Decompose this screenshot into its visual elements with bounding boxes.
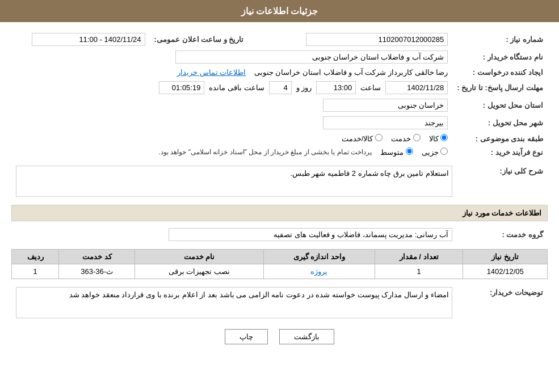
tabaqeh-label: طبقه بندی موضوعی : bbox=[452, 132, 548, 145]
table-row: 1402/12/05 1 پروژه نصب تجهیزات برقی ث-36… bbox=[12, 264, 548, 279]
shomara-niaz-value: 1102007012000285 bbox=[306, 33, 448, 46]
nou-label: نوع فرآیند خرید : bbox=[452, 145, 548, 159]
col-nam: نام خدمت bbox=[135, 250, 264, 264]
page-header: جزئیات اطلاعات نیاز bbox=[0, 0, 559, 22]
sharh-value: استعلام تامین برق چاه شماره 2 فاطمیه شهر… bbox=[16, 166, 452, 197]
ijad-label: ایجاد کننده درخواست : bbox=[452, 66, 548, 79]
remaining-label: ساعت باقی مانده bbox=[209, 83, 264, 92]
radio-motevaset[interactable]: متوسط bbox=[380, 147, 413, 157]
ostan-label: استان محل تحویل : bbox=[452, 96, 548, 114]
cell-radif: 1 bbox=[12, 264, 59, 279]
sharh-label: شرح کلی نیاز: bbox=[457, 163, 548, 199]
notes-value: امضاء و ارسال مدارک پیوست خواسته شده در … bbox=[16, 287, 452, 318]
mohlet-label: مهلت ارسال پاسخ: تا تاریخ : bbox=[452, 79, 548, 96]
col-tarikh: تاریخ نیاز bbox=[463, 250, 548, 264]
header-title: جزئیات اطلاعات نیاز bbox=[241, 6, 318, 16]
cell-kod: ث-36-363 bbox=[59, 264, 135, 279]
radio-khadamat[interactable]: خدمت bbox=[391, 134, 421, 143]
tarikh-label: تاریخ و ساعت اعلان عمومی: bbox=[150, 31, 249, 48]
cell-tedad: 1 bbox=[375, 264, 463, 279]
cell-tarikh: 1402/12/05 bbox=[463, 264, 548, 279]
shahr-label: شهر محل تحویل : bbox=[452, 114, 548, 132]
rooz-value: 4 bbox=[269, 81, 292, 94]
services-header: اطلاعات خدمات مورد نیاز bbox=[11, 205, 548, 221]
rooz-label: روز و bbox=[296, 83, 312, 92]
date-value: 1402/11/28 bbox=[385, 81, 448, 94]
nam-dastgah-value: شرکت آب و فاضلاب استان خراسان جنوبی bbox=[175, 50, 448, 64]
col-radif: ردیف bbox=[12, 250, 59, 264]
group-value: آب رسانی: مدیریت پسماند، فاضلاب و فعالیت… bbox=[169, 228, 452, 241]
col-kod: کد خدمت bbox=[59, 250, 135, 264]
contact-link[interactable]: اطلاعات تماس خریدار bbox=[177, 68, 246, 77]
print-button[interactable]: چاپ bbox=[225, 329, 268, 344]
col-tedad: تعداد / مقدار bbox=[375, 250, 463, 264]
shomara-niaz-label: شماره نیاز : bbox=[452, 31, 548, 48]
radio5-note: پرداخت تمام یا بخشی از مبلغ خریدار از مح… bbox=[159, 148, 372, 156]
ostan-value: خراسان جنوبی bbox=[323, 99, 448, 112]
radio-kala-khadamat[interactable]: کالا/خدمت bbox=[342, 134, 383, 143]
back-button[interactable]: بازگشت bbox=[279, 329, 334, 344]
time-label: ساعت bbox=[360, 83, 381, 92]
col-unit: واحد اندازه گیری bbox=[263, 250, 375, 264]
cell-nam: نصب تجهیزات برقی bbox=[135, 264, 264, 279]
group-label: گروه خدمت : bbox=[457, 226, 548, 243]
nam-dastgah-label: نام دستگاه خریدار : bbox=[452, 48, 548, 66]
cell-unit: پروژه bbox=[263, 264, 375, 279]
radio-jozi[interactable]: جزیی bbox=[422, 147, 448, 157]
remaining-value: 01:05:19 bbox=[159, 81, 204, 94]
ijad-value: رضا خالقی کاربرداز شرکت آب و فاضلاب استا… bbox=[254, 68, 448, 77]
time-value: 13:00 bbox=[316, 81, 356, 94]
notes-label: توضیحات خریدار: bbox=[457, 285, 548, 321]
shahr-value: بیرجند bbox=[323, 116, 448, 129]
radio-kala[interactable]: کالا bbox=[429, 134, 448, 143]
tarikh-value: 1402/11/24 - 11:00 bbox=[32, 33, 145, 46]
